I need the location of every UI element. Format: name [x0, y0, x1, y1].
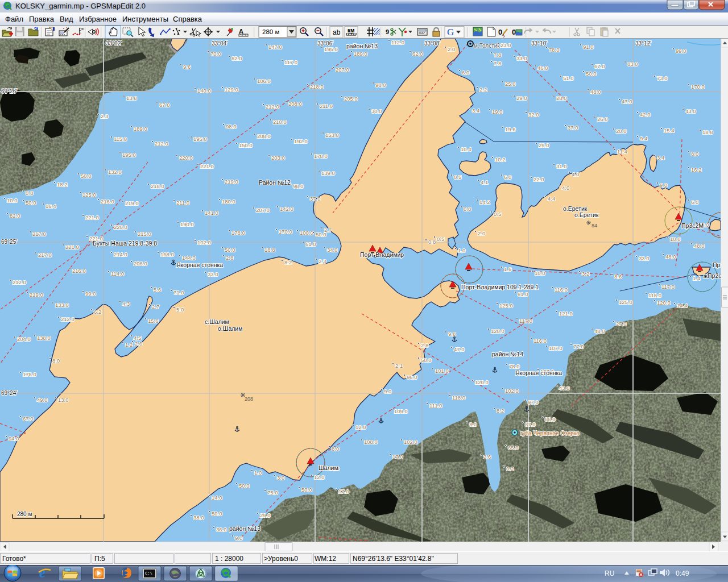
svg-text:91.0: 91.0 — [518, 291, 528, 297]
svg-text:17.0: 17.0 — [338, 488, 349, 494]
svg-text:211.0: 211.0 — [320, 103, 333, 109]
svg-text:район №14: район №14 — [492, 351, 523, 357]
svg-text:195.0: 195.0 — [193, 136, 207, 142]
svg-text:195.0: 195.0 — [324, 46, 338, 52]
svg-text:0.5: 0.5 — [454, 174, 461, 180]
svg-text:3.0: 3.0 — [277, 475, 284, 481]
svg-text:1.0: 1.0 — [254, 469, 262, 476]
svg-text:216.0: 216.0 — [72, 268, 86, 274]
svg-text:0.5: 0.5 — [437, 236, 444, 242]
svg-text:48.0: 48.0 — [665, 253, 676, 260]
svg-text:207.0: 207.0 — [336, 66, 349, 73]
svg-text:139.0: 139.0 — [321, 170, 335, 176]
svg-text:8.0: 8.0 — [52, 357, 60, 364]
svg-text:36.0: 36.0 — [216, 526, 227, 533]
svg-text:10.2: 10.2 — [495, 156, 506, 163]
svg-text:3.4: 3.4 — [472, 107, 479, 114]
svg-text:51.0: 51.0 — [563, 75, 574, 81]
svg-text:9.0: 9.0 — [384, 388, 391, 394]
svg-text:8.0: 8.0 — [469, 421, 477, 427]
svg-text:0: 0 — [512, 28, 516, 36]
svg-text:8.2: 8.2 — [497, 408, 504, 414]
svg-text:120.0: 120.0 — [491, 328, 504, 334]
svg-text:62.0: 62.0 — [412, 51, 423, 57]
svg-text:Шалим: Шалим — [318, 464, 338, 471]
svg-text:280 м: 280 м — [262, 28, 279, 35]
svg-text:16.4: 16.4 — [46, 203, 56, 209]
svg-text:50.0: 50.0 — [239, 483, 250, 489]
svg-text:108.0: 108.0 — [364, 439, 378, 445]
svg-text:0:49: 0:49 — [676, 569, 689, 577]
svg-text:3.2: 3.2 — [582, 271, 589, 277]
svg-text:170.0: 170.0 — [691, 84, 705, 90]
svg-text:33.0: 33.0 — [516, 55, 527, 61]
svg-text:48.0: 48.0 — [694, 243, 705, 249]
svg-text:2.2: 2.2 — [479, 86, 487, 93]
svg-text:33°12': 33°12' — [635, 40, 651, 47]
svg-text:129.0: 129.0 — [225, 86, 238, 93]
svg-text:178.0: 178.0 — [231, 230, 245, 236]
svg-text:31.0: 31.0 — [556, 163, 567, 169]
svg-text:138.0: 138.0 — [37, 335, 51, 341]
svg-text:10.0: 10.0 — [535, 270, 545, 276]
svg-text:280 м: 280 м — [17, 511, 32, 517]
svg-text:73.0: 73.0 — [657, 75, 668, 81]
svg-text:RU: RU — [605, 569, 614, 577]
svg-text:м.Толстик: м.Толстик — [474, 43, 500, 49]
svg-text:6.0: 6.0 — [462, 69, 469, 76]
svg-text:15.6: 15.6 — [148, 318, 159, 324]
svg-text:211.0: 211.0 — [176, 199, 189, 206]
svg-text:43.0: 43.0 — [685, 108, 696, 114]
svg-text:9.6: 9.6 — [183, 64, 191, 70]
svg-text:2.8: 2.8 — [226, 255, 233, 261]
svg-text:8.0: 8.0 — [332, 446, 339, 452]
svg-text:22.0: 22.0 — [533, 176, 544, 182]
svg-text:2.1: 2.1 — [395, 363, 403, 369]
svg-text:101.0: 101.0 — [435, 368, 449, 374]
svg-text:83.0: 83.0 — [627, 61, 638, 67]
svg-text:5.0: 5.0 — [176, 306, 184, 313]
svg-text:губа Червяное Озерко: губа Червяное Озерко — [520, 430, 580, 436]
svg-text:43.0: 43.0 — [559, 385, 570, 391]
svg-text:117.0: 117.0 — [519, 318, 532, 324]
svg-text:3.4: 3.4 — [657, 155, 664, 161]
svg-text:ab: ab — [333, 28, 341, 36]
svg-text:204.0: 204.0 — [17, 336, 31, 342]
svg-text:115.0: 115.0 — [114, 136, 127, 142]
svg-text:189.0: 189.0 — [134, 126, 147, 132]
svg-text:4.1: 4.1 — [481, 179, 488, 185]
svg-text:1.6: 1.6 — [504, 266, 511, 272]
svg-text:20.0: 20.0 — [616, 128, 627, 134]
svg-text:4.3: 4.3 — [122, 301, 130, 307]
svg-text:178.0: 178.0 — [314, 153, 328, 159]
svg-text:220.0: 220.0 — [114, 224, 127, 230]
svg-text:117.0: 117.0 — [661, 284, 675, 290]
svg-text:168.0: 168.0 — [160, 251, 174, 257]
svg-text:221.0: 221.0 — [65, 244, 79, 250]
svg-text:109.0: 109.0 — [394, 408, 408, 414]
svg-text:99.0: 99.0 — [676, 48, 686, 54]
svg-text:94.0: 94.0 — [9, 435, 19, 442]
svg-text:14.2: 14.2 — [479, 199, 490, 205]
svg-text:118.0: 118.0 — [648, 292, 661, 298]
svg-text:14.4: 14.4 — [677, 302, 688, 309]
svg-text:99.0: 99.0 — [85, 290, 96, 297]
svg-text:26.0: 26.0 — [597, 116, 608, 122]
svg-text:e: e — [39, 565, 46, 580]
svg-text:50.0: 50.0 — [212, 510, 222, 517]
svg-text:50.0: 50.0 — [81, 173, 92, 179]
svg-text:2.3: 2.3 — [318, 258, 326, 264]
svg-text:8.6: 8.6 — [614, 273, 622, 280]
svg-text:6.0: 6.0 — [504, 174, 511, 180]
svg-text:18.8: 18.8 — [264, 247, 275, 253]
svg-text:212.0: 212.0 — [13, 279, 26, 285]
svg-text:69°26': 69°26' — [1, 88, 17, 94]
svg-text:98.0: 98.0 — [293, 183, 304, 189]
svg-text:141.0: 141.0 — [205, 210, 218, 216]
svg-text:84: 84 — [592, 223, 597, 228]
svg-text:212.0: 212.0 — [61, 316, 75, 322]
svg-text:Район №12: Район №12 — [259, 179, 291, 186]
svg-text:Порт-Владимир 109.1-289.1: Порт-Владимир 109.1-289.1 — [461, 284, 539, 290]
svg-text:67.0: 67.0 — [23, 415, 34, 422]
svg-text:30.0: 30.0 — [371, 108, 382, 114]
